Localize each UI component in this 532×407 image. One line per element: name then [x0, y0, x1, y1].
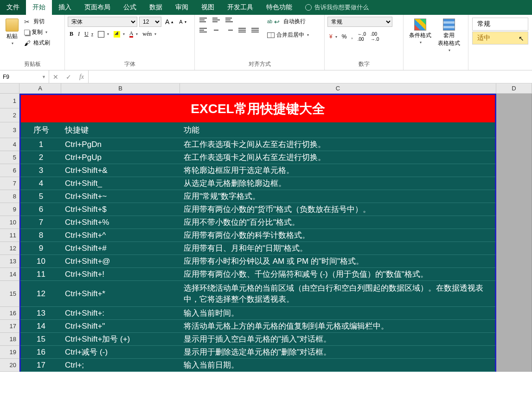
align-right-button[interactable]: [224, 27, 235, 33]
comma-button[interactable]: ,: [349, 32, 354, 41]
tab-review[interactable]: 审阅: [169, 0, 195, 15]
clipboard-group-label: 剪贴板: [3, 59, 62, 69]
font-size-select[interactable]: 12: [139, 17, 161, 27]
column-header[interactable]: C: [180, 83, 496, 94]
sheet-title: EXCEL常用快捷键大全: [19, 94, 496, 122]
tab-formulas[interactable]: 公式: [117, 0, 143, 15]
align-left-button[interactable]: [198, 27, 209, 33]
bulb-icon: [305, 4, 312, 11]
column-header[interactable]: A: [19, 83, 61, 94]
style-normal[interactable]: 常规: [472, 18, 528, 31]
merge-center-button[interactable]: 合并后居中▾: [265, 30, 311, 40]
grid[interactable]: ABCD1EXCEL常用快捷键大全23序号快捷键功能41Ctrl+PgDn在工作…: [0, 83, 532, 372]
phonetic-label: wén: [142, 31, 152, 38]
number-group-label: 数字: [327, 59, 400, 69]
formula-input[interactable]: [89, 70, 532, 83]
tell-me-text: 告诉我你想要做什么: [314, 3, 369, 12]
table-format-button[interactable]: 套用 表格格式▾: [435, 17, 463, 54]
wrap-text-button[interactable]: ab自动换行: [265, 17, 311, 26]
column-header[interactable]: B: [61, 83, 180, 94]
cf-label: 条件格式: [409, 32, 431, 39]
currency-button[interactable]: ¥▾: [327, 32, 339, 41]
menu-bar: 文件 开始 插入 页面布局 公式 数据 审阅 视图 开发工具 特色功能 告诉我你…: [0, 0, 532, 15]
sheet-area: ABCD1EXCEL常用快捷键大全23序号快捷键功能41Ctrl+PgDn在工作…: [0, 83, 532, 407]
tab-page-layout[interactable]: 页面布局: [78, 0, 117, 15]
wrap-icon: [274, 18, 282, 25]
fill-color-button[interactable]: ▾: [112, 30, 127, 38]
align-group-label: 对齐方式: [198, 59, 321, 69]
table-format-icon: [443, 19, 455, 31]
group-cell-styles: 常规 适中↖: [468, 15, 532, 70]
chevron-down-icon: ▾: [136, 32, 138, 36]
indent-decrease-button[interactable]: [237, 27, 248, 33]
align-middle-button[interactable]: [211, 17, 222, 23]
font-name-select[interactable]: 宋体: [68, 17, 137, 27]
tab-developer[interactable]: 开发工具: [221, 0, 260, 15]
paste-button[interactable]: 粘贴▾: [3, 17, 21, 47]
underline-button[interactable]: U▾: [83, 30, 95, 38]
chevron-down-icon: ▾: [420, 40, 422, 45]
tab-file[interactable]: 文件: [0, 0, 26, 15]
group-styles: 条件格式▾ 套用 表格格式▾: [404, 15, 468, 70]
brush-label: 格式刷: [33, 39, 50, 47]
chevron-down-icon: ▾: [449, 48, 450, 52]
increase-decimal-button[interactable]: ←.0.00: [356, 31, 368, 43]
styles-group-label: [406, 67, 465, 69]
group-font: 宋体 12 A▴ A▾ B I U▾ ▾ ▾ A▾ wén▾ 字体: [65, 15, 195, 70]
tell-me[interactable]: 告诉我你想要做什么: [299, 0, 375, 15]
font-color-icon: A: [129, 31, 134, 38]
scissors-icon: [24, 18, 32, 25]
bold-button[interactable]: B: [68, 30, 75, 38]
tab-home[interactable]: 开始: [26, 0, 52, 15]
formula-cancel-button[interactable]: ✕: [49, 73, 62, 81]
name-box[interactable]: F9 ▼: [0, 70, 49, 83]
align-bottom-button[interactable]: [224, 17, 235, 23]
copy-button[interactable]: 复制▾: [22, 27, 52, 37]
tab-insert[interactable]: 插入: [52, 0, 78, 15]
paste-label: 粘贴: [6, 32, 18, 40]
align-top-button[interactable]: [198, 17, 209, 23]
wrap-label: 自动换行: [283, 18, 306, 25]
align-center-button[interactable]: [211, 27, 222, 33]
style-good-label: 适中: [477, 34, 490, 41]
align-bottom-icon: [225, 18, 233, 22]
align-right-icon: [225, 28, 233, 32]
align-middle-icon: [212, 18, 220, 22]
ab-icon: ab: [267, 19, 272, 24]
indent-dec-icon: [238, 28, 246, 32]
italic-button[interactable]: I: [76, 30, 82, 38]
chevron-down-icon: ▾: [107, 32, 109, 36]
group-clipboard: 粘贴▾ 剪切 复制▾ 格式刷 剪贴板: [0, 15, 65, 70]
conditional-format-button[interactable]: 条件格式▾: [406, 17, 434, 46]
align-center-icon: [212, 28, 220, 32]
percent-button[interactable]: %: [340, 32, 349, 41]
decrease-decimal-button[interactable]: .00→.0: [369, 31, 381, 43]
decrease-font-button[interactable]: A▾: [177, 18, 188, 25]
formula-enter-button[interactable]: ✓: [62, 73, 75, 81]
cut-button[interactable]: 剪切: [22, 17, 52, 26]
font-color-button[interactable]: A▾: [128, 30, 140, 38]
indent-inc-icon: [251, 28, 259, 32]
style-good[interactable]: 适中↖: [472, 32, 528, 45]
tab-special[interactable]: 特色功能: [260, 0, 299, 15]
number-format-select[interactable]: 常规: [327, 17, 392, 27]
merge-label: 合并后居中: [276, 31, 304, 39]
format-painter-button[interactable]: 格式刷: [22, 38, 52, 48]
fill-icon: [114, 31, 120, 38]
align-top-icon: [199, 18, 207, 22]
paste-icon: [6, 19, 19, 32]
copy-label: 复制: [32, 28, 43, 36]
border-button[interactable]: ▾: [96, 30, 111, 38]
conditional-format-icon: [414, 19, 426, 31]
column-header[interactable]: D: [496, 83, 532, 94]
phonetic-button[interactable]: wén▾: [141, 30, 158, 38]
tab-data[interactable]: 数据: [143, 0, 169, 15]
tablefmt-label: 套用 表格格式: [438, 32, 460, 47]
group-number: 常规 ¥▾ % , ←.0.00 .00→.0 数字: [325, 15, 404, 70]
insert-function-button[interactable]: fx: [75, 73, 88, 81]
indent-increase-button[interactable]: [250, 27, 261, 33]
increase-font-button[interactable]: A▴: [163, 17, 175, 26]
chevron-down-icon: ▾: [45, 30, 47, 34]
chevron-down-icon: ▾: [335, 35, 337, 39]
tab-view[interactable]: 视图: [195, 0, 221, 15]
